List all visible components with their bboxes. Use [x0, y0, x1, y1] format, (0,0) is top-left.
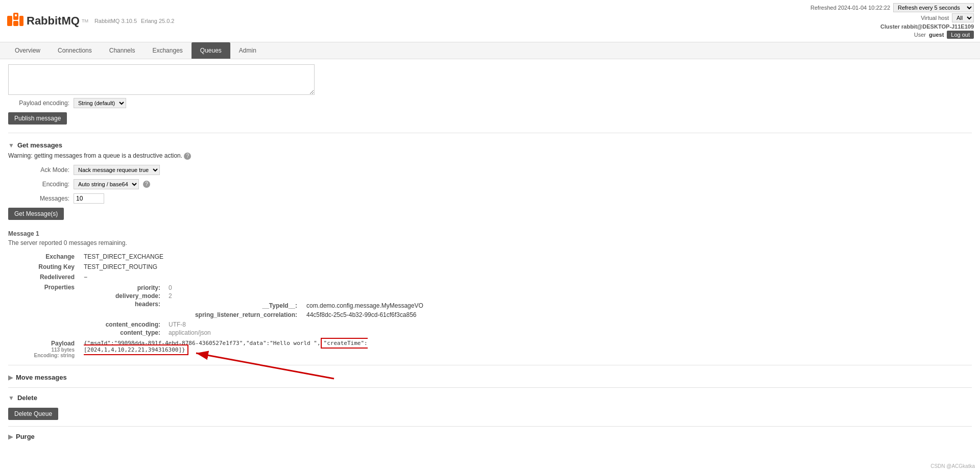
message-label: Message 1	[8, 230, 972, 237]
move-messages-title: Move messages	[16, 374, 67, 381]
top-right: Refreshed 2024-01-04 10:22:22 Refresh ev…	[810, 3, 974, 39]
payload-content-cell: {"msgId":"99098dda-891f-4ebd-8786-436052…	[80, 338, 972, 360]
priority-row: priority: 0	[84, 284, 431, 292]
content-encoding-value: UTF-8	[165, 320, 431, 329]
encoding-help-icon[interactable]: ?	[143, 181, 150, 188]
payload-encoding-select[interactable]: String (default) Base64	[74, 98, 126, 108]
delivery-mode-label: delivery_mode:	[84, 292, 165, 300]
spring-correlation-row: spring_listener_return_correlation: 44c5…	[170, 311, 426, 319]
property-table: priority: 0 delivery_mode: 2 headers:	[84, 284, 431, 337]
get-messages-body: Warning: getting messages from a queue i…	[8, 152, 972, 360]
move-messages-toggle: ▶	[8, 374, 13, 381]
exchange-value: TEST_DIRECT_EXCHANGE	[80, 252, 972, 262]
content-type-row: content_type: application/json	[84, 329, 431, 337]
delete-section-header[interactable]: ▼ Delete	[8, 391, 972, 405]
vhost-select[interactable]: All /	[952, 13, 974, 22]
nav-connections[interactable]: Connections	[49, 42, 101, 59]
purge-toggle: ▶	[8, 433, 13, 440]
encoding-row: Encoding: Auto string / base64 base64 ?	[8, 179, 972, 189]
messages-input[interactable]	[74, 193, 104, 204]
vhost-row: Virtual host All /	[921, 13, 974, 22]
content-encoding-row: content_encoding: UTF-8	[84, 320, 431, 329]
user-row: User guest Log out	[914, 31, 974, 39]
svg-rect-2	[13, 21, 18, 26]
top-bar: RabbitMQ TM RabbitMQ 3.10.5 Erlang 25.0.…	[0, 0, 980, 42]
payload-bytes: 113 bytes	[12, 347, 75, 353]
erlang-version: Erlang 25.0.2	[141, 18, 174, 24]
content-type-value: application/json	[165, 329, 431, 337]
payload-display-wrapper: {"msgId":"99098dda-891f-4ebd-8786-436052…	[84, 340, 441, 353]
routing-key-label: Routing Key	[8, 262, 80, 272]
routing-key-value: TEST_DIRECT_ROUTING	[80, 262, 972, 272]
logo: RabbitMQ TM	[6, 12, 88, 30]
content-encoding-label: content_encoding:	[84, 320, 165, 329]
svg-rect-3	[19, 16, 23, 26]
nav-queues[interactable]: Queues	[192, 42, 230, 59]
rabbitmq-version: RabbitMQ 3.10.5	[94, 18, 137, 24]
refreshed-label: Refreshed 2024-01-04 10:22:22	[810, 5, 890, 11]
delivery-mode-value: 2	[165, 292, 431, 300]
move-messages-header[interactable]: ▶ Move messages	[8, 370, 972, 384]
payload-display: {"msgId":"99098dda-891f-4ebd-8786-436052…	[84, 340, 441, 353]
properties-content: priority: 0 delivery_mode: 2 headers:	[80, 282, 972, 338]
get-messages-title: Get messages	[17, 141, 62, 149]
nav-overview[interactable]: Overview	[6, 42, 49, 59]
ack-mode-select[interactable]: Nack message requeue true Ack message re…	[74, 165, 160, 175]
purge-section-header[interactable]: ▶ Purge	[8, 430, 972, 443]
headers-table: __TypeId__: com.demo.config.message.MyMe…	[169, 301, 427, 320]
encoding-label: Encoding:	[8, 181, 69, 188]
logout-button[interactable]: Log out	[947, 31, 974, 39]
redelivered-label: Redelivered	[8, 272, 80, 282]
nav-exchanges[interactable]: Exchanges	[144, 42, 191, 59]
version-info: RabbitMQ 3.10.5 Erlang 25.0.2	[94, 18, 175, 24]
typeid-row: __TypeId__: com.demo.config.message.MyMe…	[170, 302, 426, 310]
exchange-row: Exchange TEST_DIRECT_EXCHANGE	[8, 252, 972, 262]
server-note: The server reported 0 messages remaining…	[8, 239, 972, 246]
headers-row: headers: __TypeId__: com.demo.config.mes…	[84, 300, 431, 320]
user-name: guest	[929, 32, 944, 38]
priority-label: priority:	[84, 284, 165, 292]
warning-help-icon[interactable]: ?	[184, 153, 191, 160]
nav-channels[interactable]: Channels	[101, 42, 144, 59]
svg-rect-4	[15, 14, 17, 16]
payload-encoding-label: Payload encoding:	[8, 100, 69, 107]
get-messages-toggle: ▼	[8, 142, 14, 149]
routing-key-row: Routing Key TEST_DIRECT_ROUTING	[8, 262, 972, 272]
refresh-row: Refreshed 2024-01-04 10:22:22 Refresh ev…	[810, 3, 974, 12]
ack-mode-label: Ack Mode:	[8, 166, 69, 173]
payload-encoding-row: Payload encoding: String (default) Base6…	[8, 98, 972, 108]
content: Payload encoding: String (default) Base6…	[0, 59, 980, 449]
get-messages-header[interactable]: ▼ Get messages	[8, 138, 972, 152]
get-messages-section: ▼ Get messages Warning: getting messages…	[8, 138, 972, 360]
refresh-select[interactable]: Refresh every 5 seconds Refresh every 10…	[893, 3, 974, 12]
payload-textarea[interactable]	[8, 64, 315, 95]
encoding-select[interactable]: Auto string / base64 base64	[74, 179, 139, 189]
delete-queue-button[interactable]: Delete Queue	[8, 408, 58, 420]
content-type-label: content_type:	[84, 329, 165, 337]
delete-toggle: ▼	[8, 394, 14, 402]
headers-label: headers:	[84, 300, 165, 320]
get-messages-warning: Warning: getting messages from a queue i…	[8, 152, 972, 160]
cluster-row: Cluster rabbit@DESKTOP-J11E109	[880, 23, 974, 30]
delete-title: Delete	[17, 394, 37, 402]
nav-admin[interactable]: Admin	[230, 42, 265, 59]
svg-rect-0	[7, 16, 12, 26]
user-label: User	[914, 32, 926, 38]
ack-mode-row: Ack Mode: Nack message requeue true Ack …	[8, 165, 972, 175]
get-messages-button[interactable]: Get Message(s)	[8, 208, 64, 220]
publish-message-section: Payload encoding: String (default) Base6…	[8, 64, 972, 130]
purge-title: Purge	[16, 433, 35, 440]
headers-content: __TypeId__: com.demo.config.message.MyMe…	[165, 300, 431, 320]
logo-tm: TM	[82, 18, 88, 23]
spring-correlation-value: 44c5f8dc-25c5-4b32-99cd-61cf6f3ca856	[303, 311, 426, 319]
publish-message-button[interactable]: Publish message	[8, 112, 67, 125]
delete-section: ▼ Delete Delete Queue	[8, 391, 972, 423]
payload-encoding-note: Encoding: string	[12, 353, 75, 358]
properties-label: Properties	[8, 282, 80, 338]
logo-area: RabbitMQ TM RabbitMQ 3.10.5 Erlang 25.0.…	[6, 12, 174, 30]
message-table: Exchange TEST_DIRECT_EXCHANGE Routing Ke…	[8, 252, 972, 360]
logo-text: RabbitMQ	[27, 14, 80, 28]
messages-label: Messages:	[8, 195, 69, 202]
rabbitmq-logo-icon	[6, 12, 25, 30]
move-messages-section: ▶ Move messages	[8, 370, 972, 384]
